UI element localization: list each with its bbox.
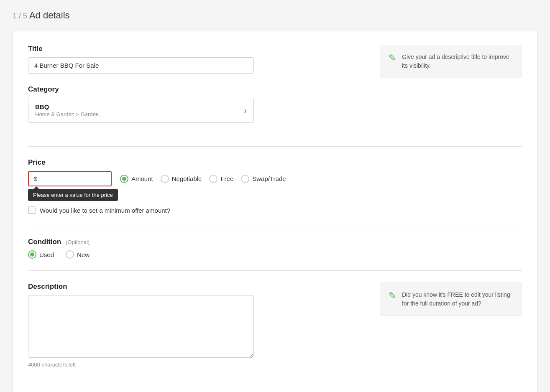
description-left: Description 4000 characters left (28, 283, 367, 379)
divider-1 (28, 146, 522, 147)
divider-3 (28, 270, 522, 271)
description-section-row: Description 4000 characters left ✎ Did y… (28, 283, 522, 379)
pencil-icon-2: ✎ (389, 290, 396, 301)
title-hint-text: Give your ad a descriptive title to impr… (402, 53, 513, 70)
radio-negotiable[interactable]: Negotiable (161, 175, 202, 183)
chevron-right-icon: › (244, 106, 247, 115)
radio-new-label: New (77, 251, 90, 258)
description-hint: ✎ Did you know it's FREE to edit your li… (380, 283, 522, 316)
condition-radio-group: Used New (28, 250, 522, 259)
price-tooltip: Please enter a value for the price (28, 189, 118, 201)
radio-used-label: Used (39, 251, 54, 258)
category-name: BBQ (35, 103, 99, 110)
description-hint-text: Did you know it's FREE to edit your list… (402, 290, 513, 308)
radio-new-circle (66, 250, 74, 259)
main-card: Title Category BBQ Home & Garden > Garde… (13, 31, 537, 392)
title-label: Title (28, 45, 367, 53)
radio-swaptrade[interactable]: Swap/Trade (241, 175, 286, 183)
title-left: Title Category BBQ Home & Garden > Garde… (28, 45, 367, 135)
radio-negotiable-label: Negotiable (172, 175, 202, 182)
minimum-offer-row: Would you like to set a minimum offer am… (28, 206, 522, 214)
minimum-offer-checkbox[interactable] (28, 206, 36, 214)
radio-amount-circle (120, 175, 128, 183)
radio-negotiable-circle (161, 175, 169, 183)
divider-2 (28, 226, 522, 226)
category-label: Category (28, 85, 367, 94)
radio-swaptrade-label: Swap/Trade (252, 175, 286, 182)
radio-used-circle (28, 250, 36, 259)
price-section: Price $ Please enter a value for the pri… (28, 158, 522, 214)
title-section: Title (28, 45, 367, 74)
minimum-offer-label: Would you like to set a minimum offer am… (40, 207, 170, 214)
condition-label: Condition (Optional) (28, 238, 522, 246)
radio-free-circle (209, 175, 217, 183)
step-indicator: 1 / 5 (13, 12, 27, 20)
page-title: 1 / 5 Ad details (13, 10, 537, 21)
page-title-text: Ad details (29, 10, 70, 20)
pencil-icon: ✎ (389, 53, 396, 64)
title-input[interactable] (28, 57, 254, 74)
radio-free[interactable]: Free (209, 175, 233, 183)
description-hint-card-col: ✎ Did you know it's FREE to edit your li… (380, 283, 522, 316)
condition-optional: (Optional) (66, 239, 90, 245)
radio-new[interactable]: New (66, 250, 90, 259)
radio-free-label: Free (220, 175, 233, 182)
radio-swaptrade-circle (241, 175, 249, 183)
condition-label-text: Condition (28, 238, 61, 246)
title-hint-card: ✎ Give your ad a descriptive title to im… (380, 45, 522, 78)
description-textarea[interactable] (28, 295, 254, 358)
price-row: $ Please enter a value for the price Amo… (28, 171, 522, 186)
category-path: Home & Garden > Garden (35, 111, 99, 117)
price-input-wrapper: $ Please enter a value for the price (28, 171, 112, 186)
description-label: Description (28, 283, 367, 291)
radio-amount-label: Amount (131, 175, 153, 182)
description-section: Description 4000 characters left (28, 283, 367, 368)
category-selector[interactable]: BBQ Home & Garden > Garden › (28, 98, 254, 123)
price-radio-group: Amount Negotiable Free Swap/Trade (120, 175, 286, 183)
price-input[interactable] (39, 175, 106, 182)
condition-section: Condition (Optional) Used New (28, 238, 522, 259)
price-label: Price (28, 158, 522, 167)
title-hint: ✎ Give your ad a descriptive title to im… (380, 45, 522, 78)
category-section: Category BBQ Home & Garden > Garden › (28, 85, 367, 123)
radio-amount[interactable]: Amount (120, 175, 153, 183)
chars-left: 4000 characters left (28, 361, 367, 368)
dollar-sign: $ (34, 175, 37, 182)
category-info: BBQ Home & Garden > Garden (35, 103, 99, 117)
page-wrapper: 1 / 5 Ad details Title Category BBQ Home… (0, 0, 550, 392)
radio-used[interactable]: Used (28, 250, 54, 259)
title-section-row: Title Category BBQ Home & Garden > Garde… (28, 45, 522, 135)
price-input-box: $ (28, 171, 112, 186)
